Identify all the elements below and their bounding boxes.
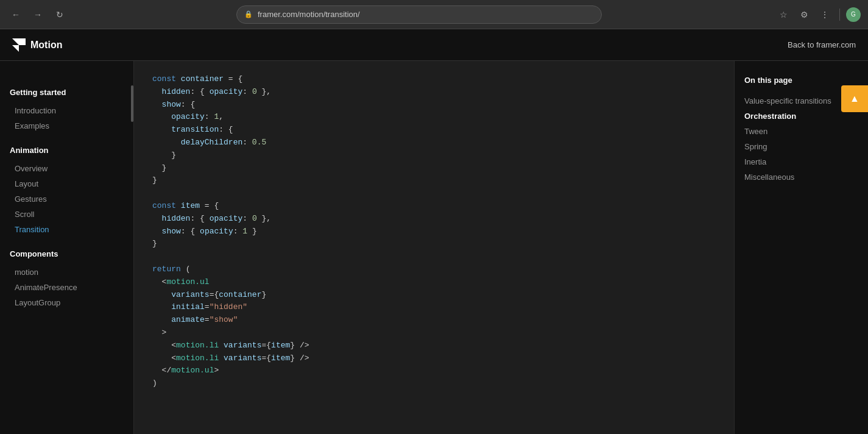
code-line: </motion.ul> [152,365,716,377]
logo-text: Motion [30,40,62,51]
code-line: return ( [152,263,716,276]
code-line: } [152,174,716,187]
sidebar-item-scroll[interactable]: Scroll [10,207,124,222]
sidebar-item-introduction[interactable]: Introduction [10,103,124,118]
more-button[interactable]: ⋮ [816,6,833,23]
code-line: } [152,238,716,251]
sidebar-item-transition[interactable]: Transition [10,222,124,237]
back-to-framer-link[interactable]: Back to framer.com [788,40,856,49]
code-line: const container = { [152,73,716,86]
main-content: Getting started Introduction Examples An… [0,61,868,434]
toc-item-inertia[interactable]: Inertia [744,154,858,169]
refresh-button[interactable]: ↻ [51,6,68,23]
page: Motion Back to framer.com Getting starte… [0,29,868,434]
sidebar-section-components: Components [10,249,124,258]
code-line: delayChildren: 0.5 [152,137,716,149]
code-line: transition: { [152,124,716,137]
code-line: show: { [152,99,716,112]
address-bar[interactable]: 🔒 framer.com/motion/transition/ [236,5,602,24]
empty-line [152,187,716,200]
code-line: > [152,327,716,340]
sidebar-item-layout-group[interactable]: LayoutGroup [10,295,124,310]
browser-actions: ☆ ⚙ ⋮ G [775,6,861,23]
toc-item-miscellaneous[interactable]: Miscellaneous [744,169,858,185]
code-line: <motion.ul [152,276,716,289]
floating-scroll-top-button[interactable]: ▲ [841,85,868,112]
scroll-top-icon: ▲ [850,93,859,104]
code-line: show: { opacity: 1 } [152,226,716,238]
code-line: opacity: 1, [152,111,716,124]
on-this-page-title: On this page [744,76,858,85]
sidebar-scrollbar-thumb[interactable] [131,85,133,122]
toc-item-tween[interactable]: Tween [744,124,858,139]
sidebar-item-examples[interactable]: Examples [10,118,124,133]
sidebar-scrollbar [131,61,133,434]
sidebar-item-animate-presence[interactable]: AnimatePresence [10,280,124,295]
back-button[interactable]: ← [7,6,24,23]
svg-marker-0 [12,38,26,45]
right-sidebar: On this page Value-specific transitions … [734,61,868,434]
browser-chrome: ← → ↻ 🔒 framer.com/motion/transition/ ☆ … [0,0,868,29]
code-line: animate="show" [152,314,716,327]
code-line: hidden: { opacity: 0 }, [152,86,716,99]
sidebar: Getting started Introduction Examples An… [0,61,134,434]
empty-line [152,251,716,263]
bookmark-button[interactable]: ☆ [775,6,792,23]
top-nav: Motion Back to framer.com [0,29,868,61]
logo[interactable]: Motion [12,38,62,52]
code-line: <motion.li variants={item} /> [152,340,716,352]
code-area: const container = { hidden: { opacity: 0… [134,61,734,434]
separator [839,9,840,21]
sidebar-item-layout[interactable]: Layout [10,176,124,191]
sidebar-section-animation: Animation [10,146,124,155]
url-text: framer.com/motion/transition/ [258,10,360,19]
svg-marker-1 [12,45,19,52]
code-line: hidden: { opacity: 0 }, [152,213,716,226]
code-line: } [152,149,716,162]
code-line: <motion.li variants={item} /> [152,352,716,365]
logo-icon [12,38,26,52]
toc-item-spring[interactable]: Spring [744,139,858,154]
avatar: G [846,7,861,22]
code-line: variants={container} [152,289,716,302]
sidebar-item-overview[interactable]: Overview [10,161,124,176]
sidebar-item-gestures[interactable]: Gestures [10,191,124,207]
code-block-1: const container = { hidden: { opacity: 0… [152,73,716,390]
security-icon: 🔒 [244,10,253,18]
code-line: } [152,162,716,175]
code-line: initial="hidden" [152,301,716,314]
code-line: const item = { [152,200,716,213]
sidebar-item-motion[interactable]: motion [10,265,124,280]
extensions-button[interactable]: ⚙ [796,6,813,23]
code-line: ) [152,377,716,390]
sidebar-section-getting-started: Getting started [10,88,124,97]
forward-button[interactable]: → [29,6,46,23]
